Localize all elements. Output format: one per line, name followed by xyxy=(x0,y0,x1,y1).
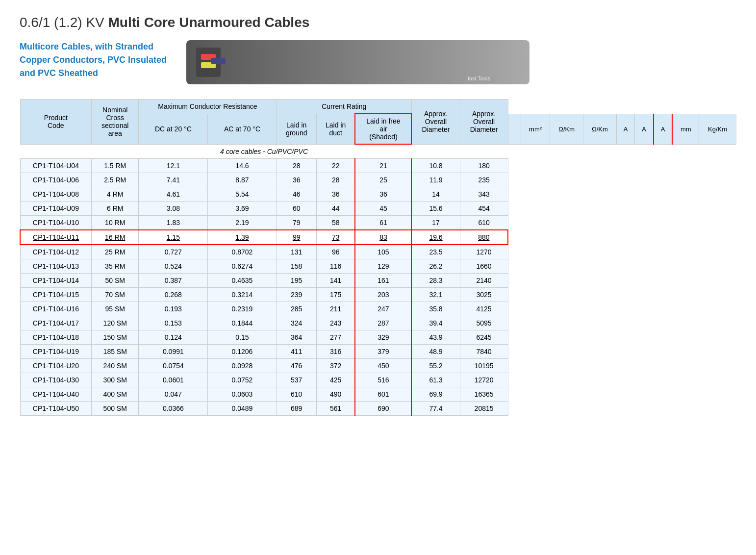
cable-table: ProductCode NominalCrosssectionalarea Ma… xyxy=(20,99,736,416)
section-row: 4 core cables - Cu/PVC/PVC xyxy=(20,144,736,159)
col-current-rating: Current Rating xyxy=(277,100,411,114)
col-max-resistance: Maximum Conductor Resistance xyxy=(139,100,277,114)
col-laid-duct: Laid induct xyxy=(316,114,355,144)
col-laid-ground: Laid inground xyxy=(277,114,316,144)
table-row: CP1-T104-U1010 RM1.832.1979586117610 xyxy=(20,216,736,230)
col-product-code: ProductCode xyxy=(20,100,92,145)
table-row: CP1-T104-U1695 SM0.1930.231928521124735.… xyxy=(20,302,736,316)
table-row: CP1-T104-U1225 RM0.7270.87021319610523.5… xyxy=(20,245,736,259)
table-row: CP1-T104-U19185 SM0.09910.12064113163794… xyxy=(20,345,736,359)
intro-section: Multicore Cables, with Stranded Copper C… xyxy=(20,40,736,84)
table-row: CP1-T104-U1570 SM0.2680.321423917520332.… xyxy=(20,288,736,302)
page-title: 0.6/1 (1.2) KV Multi Core Unarmoured Cab… xyxy=(20,15,736,30)
cable-image: Inst Tools xyxy=(186,40,529,84)
col-dc: DC at 20 °C xyxy=(139,114,208,144)
col-approx-weight: Approx.OverallDiameter xyxy=(460,100,508,145)
table-row: CP1-T104-U1335 RM0.5240.627415811612926.… xyxy=(20,259,736,274)
intro-text: Multicore Cables, with Stranded Copper C… xyxy=(20,40,167,80)
table-row: CP1-T104-U084 RM4.615.5446363614343 xyxy=(20,187,736,202)
table-row: CP1-T104-U18150 SM0.1240.1536427732943.9… xyxy=(20,330,736,345)
col-nominal: NominalCrosssectionalarea xyxy=(92,100,139,145)
table-row: CP1-T104-U1450 SM0.3870.463519514116128.… xyxy=(20,274,736,288)
table-row: CP1-T104-U20240 SM0.07540.09284763724505… xyxy=(20,359,736,373)
table-row: CP1-T104-U062.5 RM7.418.8736282511.9235 xyxy=(20,173,736,187)
table-row: CP1-T104-U17120 SM0.1530.184432424328739… xyxy=(20,316,736,330)
table-row: CP1-T104-U096 RM3.083.6960444515.6454 xyxy=(20,202,736,216)
col-approx-diameter: Approx.OverallDiameter xyxy=(411,100,460,145)
wire-blue xyxy=(211,58,226,64)
cable-label: Inst Tools xyxy=(468,76,490,81)
header-row-1: ProductCode NominalCrosssectionalarea Ma… xyxy=(20,100,736,114)
col-ac: AC at 70 °C xyxy=(208,114,277,144)
table-row: CP1-T104-U40400 SM0.0470.060361049060169… xyxy=(20,387,736,402)
table-row: CP1-T104-U1116 RM1.151.3999738319.6880 xyxy=(20,230,736,245)
table-row: CP1-T104-U041.5 RM12.114.628222110.8180 xyxy=(20,159,736,173)
table-row: CP1-T104-U50500 SM0.03660.04896895616907… xyxy=(20,402,736,416)
col-laid-free-air: Laid in freeair(Shaded) xyxy=(355,114,411,144)
table-body: 4 core cables - Cu/PVC/PVC CP1-T104-U041… xyxy=(20,144,736,416)
table-row: CP1-T104-U30300 SM0.06010.07525374255166… xyxy=(20,373,736,387)
